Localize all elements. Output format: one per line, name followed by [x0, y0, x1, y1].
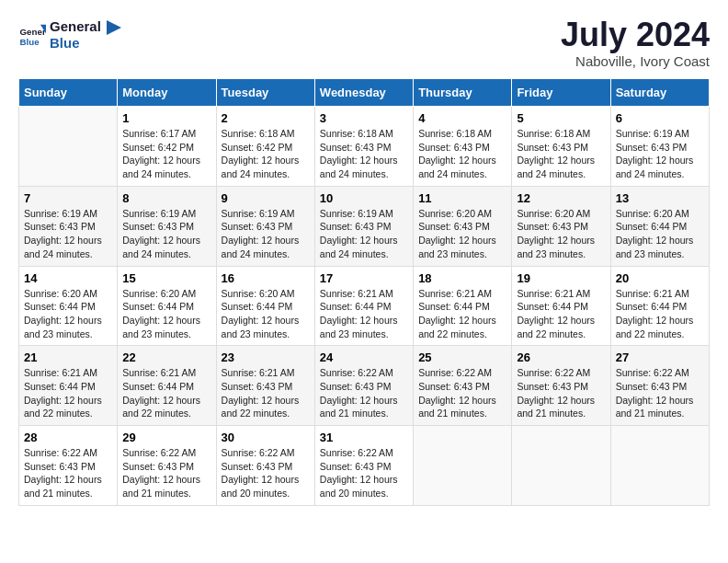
header: General Blue General Blue July 2024 Nabo… [18, 18, 710, 69]
day-number: 15 [122, 271, 210, 285]
day-info: Sunrise: 6:18 AM Sunset: 6:43 PM Dayligh… [320, 127, 408, 181]
day-number: 20 [616, 271, 704, 285]
calendar-table: SundayMondayTuesdayWednesdayThursdayFrid… [18, 78, 710, 506]
calendar-cell: 11 Sunrise: 6:20 AM Sunset: 6:43 PM Dayl… [414, 186, 512, 266]
calendar-cell [19, 107, 118, 187]
day-number: 4 [418, 111, 506, 125]
calendar-cell: 16 Sunrise: 6:20 AM Sunset: 6:44 PM Dayl… [216, 266, 314, 346]
calendar-cell: 8 Sunrise: 6:19 AM Sunset: 6:43 PM Dayli… [118, 186, 216, 266]
day-number: 13 [616, 191, 704, 205]
day-number: 27 [616, 350, 704, 364]
day-info: Sunrise: 6:18 AM Sunset: 6:42 PM Dayligh… [222, 127, 310, 181]
calendar-cell: 31 Sunrise: 6:22 AM Sunset: 6:43 PM Dayl… [314, 426, 413, 506]
day-number: 8 [122, 191, 210, 205]
day-number: 28 [24, 431, 112, 444]
day-number: 19 [517, 271, 605, 285]
day-info: Sunrise: 6:17 AM Sunset: 6:42 PM Dayligh… [122, 127, 210, 181]
day-number: 6 [616, 111, 704, 125]
calendar-cell: 5 Sunrise: 6:18 AM Sunset: 6:43 PM Dayli… [512, 107, 610, 187]
day-info: Sunrise: 6:21 AM Sunset: 6:44 PM Dayligh… [616, 287, 704, 341]
day-number: 24 [320, 350, 408, 364]
calendar-week-row: 14 Sunrise: 6:20 AM Sunset: 6:44 PM Dayl… [19, 266, 710, 346]
day-info: Sunrise: 6:20 AM Sunset: 6:44 PM Dayligh… [24, 287, 112, 341]
day-number: 14 [24, 271, 112, 285]
header-day: Saturday [610, 79, 709, 107]
location-title: Naboville, Ivory Coast [561, 53, 710, 69]
logo-general: General [50, 18, 101, 35]
day-info: Sunrise: 6:21 AM Sunset: 6:44 PM Dayligh… [418, 287, 506, 341]
day-info: Sunrise: 6:22 AM Sunset: 6:43 PM Dayligh… [222, 446, 310, 500]
calendar-header: SundayMondayTuesdayWednesdayThursdayFrid… [19, 79, 710, 107]
day-number: 21 [24, 350, 112, 364]
svg-text:General: General [20, 27, 47, 37]
svg-marker-3 [107, 20, 121, 35]
calendar-cell: 4 Sunrise: 6:18 AM Sunset: 6:43 PM Dayli… [414, 107, 512, 187]
day-info: Sunrise: 6:22 AM Sunset: 6:43 PM Dayligh… [418, 366, 506, 420]
day-number: 23 [222, 350, 310, 364]
day-number: 5 [517, 111, 605, 125]
calendar-cell: 19 Sunrise: 6:21 AM Sunset: 6:44 PM Dayl… [512, 266, 610, 346]
day-info: Sunrise: 6:22 AM Sunset: 6:43 PM Dayligh… [122, 446, 210, 500]
day-number: 12 [517, 191, 605, 205]
calendar-cell: 7 Sunrise: 6:19 AM Sunset: 6:43 PM Dayli… [19, 186, 118, 266]
day-number: 3 [320, 111, 408, 125]
day-info: Sunrise: 6:19 AM Sunset: 6:43 PM Dayligh… [24, 207, 112, 261]
logo-flag-icon [105, 18, 123, 52]
calendar-cell: 22 Sunrise: 6:21 AM Sunset: 6:44 PM Dayl… [118, 346, 216, 426]
calendar-cell: 21 Sunrise: 6:21 AM Sunset: 6:44 PM Dayl… [19, 346, 118, 426]
day-info: Sunrise: 6:22 AM Sunset: 6:43 PM Dayligh… [616, 366, 704, 420]
day-info: Sunrise: 6:20 AM Sunset: 6:43 PM Dayligh… [517, 207, 605, 261]
calendar-cell: 28 Sunrise: 6:22 AM Sunset: 6:43 PM Dayl… [19, 426, 118, 506]
calendar-body: 1 Sunrise: 6:17 AM Sunset: 6:42 PM Dayli… [19, 107, 710, 506]
day-info: Sunrise: 6:18 AM Sunset: 6:43 PM Dayligh… [517, 127, 605, 181]
title-area: July 2024 Naboville, Ivory Coast [561, 18, 710, 69]
calendar-cell: 2 Sunrise: 6:18 AM Sunset: 6:42 PM Dayli… [216, 107, 314, 187]
header-day: Monday [118, 79, 216, 107]
day-info: Sunrise: 6:21 AM Sunset: 6:44 PM Dayligh… [517, 287, 605, 341]
header-day: Friday [512, 79, 610, 107]
calendar-cell: 10 Sunrise: 6:19 AM Sunset: 6:43 PM Dayl… [314, 186, 413, 266]
calendar-cell: 29 Sunrise: 6:22 AM Sunset: 6:43 PM Dayl… [118, 426, 216, 506]
calendar-cell: 15 Sunrise: 6:20 AM Sunset: 6:44 PM Dayl… [118, 266, 216, 346]
calendar-cell: 14 Sunrise: 6:20 AM Sunset: 6:44 PM Dayl… [19, 266, 118, 346]
calendar-cell: 13 Sunrise: 6:20 AM Sunset: 6:44 PM Dayl… [610, 186, 709, 266]
header-day: Sunday [19, 79, 118, 107]
calendar-cell: 24 Sunrise: 6:22 AM Sunset: 6:43 PM Dayl… [314, 346, 413, 426]
day-info: Sunrise: 6:21 AM Sunset: 6:44 PM Dayligh… [24, 366, 112, 420]
day-info: Sunrise: 6:21 AM Sunset: 6:43 PM Dayligh… [222, 366, 310, 420]
calendar-cell: 20 Sunrise: 6:21 AM Sunset: 6:44 PM Dayl… [610, 266, 709, 346]
calendar-cell [512, 426, 610, 506]
calendar-cell: 9 Sunrise: 6:19 AM Sunset: 6:43 PM Dayli… [216, 186, 314, 266]
calendar-cell: 18 Sunrise: 6:21 AM Sunset: 6:44 PM Dayl… [414, 266, 512, 346]
calendar-week-row: 1 Sunrise: 6:17 AM Sunset: 6:42 PM Dayli… [19, 107, 710, 187]
day-number: 29 [122, 431, 210, 444]
day-info: Sunrise: 6:19 AM Sunset: 6:43 PM Dayligh… [616, 127, 704, 181]
day-info: Sunrise: 6:22 AM Sunset: 6:43 PM Dayligh… [320, 446, 408, 500]
day-number: 2 [222, 111, 310, 125]
day-number: 10 [320, 191, 408, 205]
day-info: Sunrise: 6:22 AM Sunset: 6:43 PM Dayligh… [24, 446, 112, 500]
calendar-week-row: 28 Sunrise: 6:22 AM Sunset: 6:43 PM Dayl… [19, 426, 710, 506]
day-number: 11 [418, 191, 506, 205]
calendar-cell: 3 Sunrise: 6:18 AM Sunset: 6:43 PM Dayli… [314, 107, 413, 187]
day-info: Sunrise: 6:22 AM Sunset: 6:43 PM Dayligh… [320, 366, 408, 420]
day-info: Sunrise: 6:21 AM Sunset: 6:44 PM Dayligh… [122, 366, 210, 420]
day-number: 7 [24, 191, 112, 205]
logo: General Blue General Blue [18, 18, 123, 52]
header-day: Wednesday [314, 79, 413, 107]
calendar-cell: 1 Sunrise: 6:17 AM Sunset: 6:42 PM Dayli… [118, 107, 216, 187]
header-day: Thursday [414, 79, 512, 107]
calendar-cell [414, 426, 512, 506]
day-info: Sunrise: 6:20 AM Sunset: 6:44 PM Dayligh… [616, 207, 704, 261]
calendar-week-row: 21 Sunrise: 6:21 AM Sunset: 6:44 PM Dayl… [19, 346, 710, 426]
day-number: 26 [517, 350, 605, 364]
day-number: 16 [222, 271, 310, 285]
day-number: 22 [122, 350, 210, 364]
logo-icon: General Blue [18, 21, 46, 49]
calendar-week-row: 7 Sunrise: 6:19 AM Sunset: 6:43 PM Dayli… [19, 186, 710, 266]
calendar-cell: 23 Sunrise: 6:21 AM Sunset: 6:43 PM Dayl… [216, 346, 314, 426]
day-info: Sunrise: 6:19 AM Sunset: 6:43 PM Dayligh… [320, 207, 408, 261]
day-info: Sunrise: 6:22 AM Sunset: 6:43 PM Dayligh… [517, 366, 605, 420]
calendar-cell: 26 Sunrise: 6:22 AM Sunset: 6:43 PM Dayl… [512, 346, 610, 426]
day-number: 9 [222, 191, 310, 205]
